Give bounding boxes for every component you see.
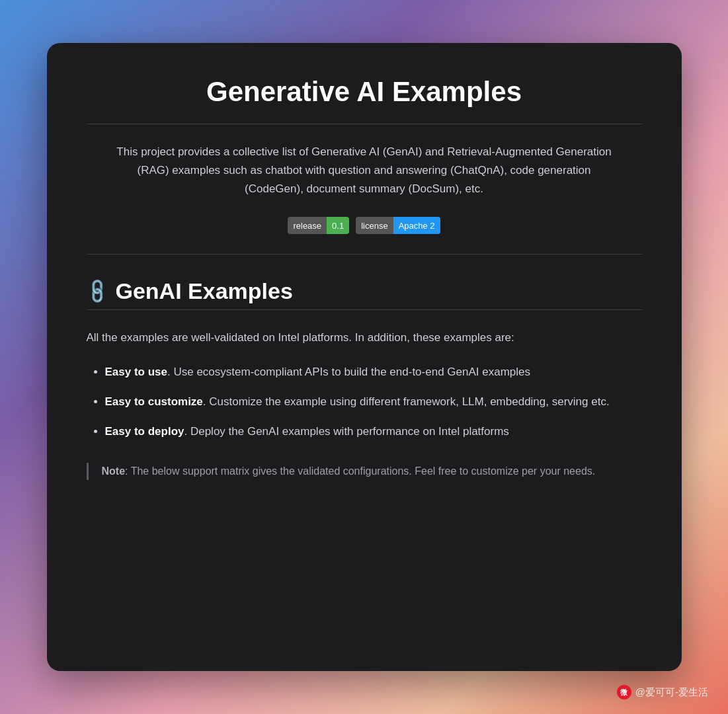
bullet-bold-2: Easy to deploy (105, 425, 184, 438)
note-label: Note (102, 465, 126, 477)
section-divider (87, 254, 642, 255)
bullet-bold-0: Easy to use (105, 366, 168, 378)
top-divider (87, 124, 642, 124)
license-badge-label: license (356, 217, 393, 234)
weibo-icon: 微 (617, 685, 631, 699)
section-heading-row: 🔗 GenAI Examples (87, 278, 642, 304)
release-badge-value: 0.1 (327, 217, 349, 234)
intro-text: All the examples are well-validated on I… (87, 329, 642, 347)
watermark: 微 @爱可可-爱生活 (617, 685, 708, 699)
release-badge-label: release (288, 217, 327, 234)
link-icon: 🔗 (82, 276, 112, 306)
main-card: Generative AI Examples This project prov… (47, 43, 682, 671)
note-body: : The below support matrix gives the val… (125, 465, 595, 477)
note-block: Note: The below support matrix gives the… (87, 463, 642, 480)
bullet-list: Easy to use. Use ecosystem-compliant API… (87, 363, 642, 442)
page-title: Generative AI Examples (87, 76, 642, 108)
watermark-text: @爱可可-爱生活 (635, 686, 708, 699)
bullet-rest-2: . Deploy the GenAI examples with perform… (184, 425, 508, 438)
license-badge: license Apache 2 (356, 217, 440, 234)
list-item: Easy to deploy. Deploy the GenAI example… (105, 422, 642, 442)
section-underline (87, 309, 642, 310)
release-badge: release 0.1 (288, 217, 349, 234)
bullet-rest-0: . Use ecosystem-compliant APIs to build … (167, 366, 530, 378)
bullet-bold-1: Easy to customize (105, 395, 203, 408)
badges-row: release 0.1 license Apache 2 (87, 217, 642, 234)
list-item: Easy to use. Use ecosystem-compliant API… (105, 363, 642, 382)
bullet-rest-1: . Customize the example using different … (203, 395, 610, 408)
section-heading: GenAI Examples (116, 278, 293, 304)
license-badge-value: Apache 2 (393, 217, 440, 234)
note-text: Note: The below support matrix gives the… (102, 463, 642, 480)
description: This project provides a collective list … (113, 143, 616, 198)
list-item: Easy to customize. Customize the example… (105, 393, 642, 412)
